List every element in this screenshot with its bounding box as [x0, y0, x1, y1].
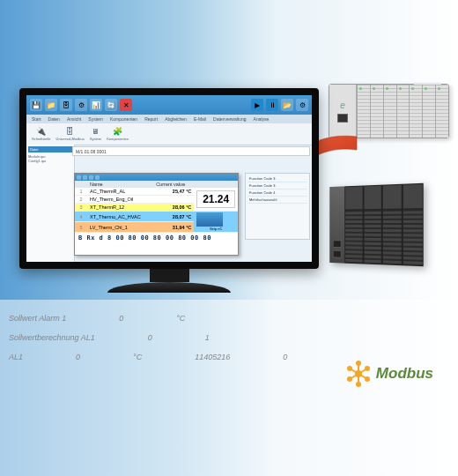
save-icon[interactable]: 💾 [30, 99, 42, 111]
chart-label: Setp nC [196, 227, 235, 231]
tab-datenverwaltung[interactable]: Datenverwaltung [213, 116, 247, 122]
io-slot [422, 85, 435, 138]
io-module [382, 184, 403, 266]
tab-email[interactable]: E-Mail [194, 116, 206, 122]
interface-icon: 🔌 [36, 127, 46, 136]
port-icon [333, 240, 342, 248]
app-screen: 💾 📁 🗄 ⚙ 📊 🔄 ✕ ▶ ⏸ 📂 ⚙ Start Daten Ansich… [26, 95, 312, 262]
port-icon [333, 250, 342, 258]
tab-komponenten[interactable]: Komponenten [110, 116, 137, 122]
fc-item[interactable]: Function Code 3 [247, 175, 307, 182]
table-row[interactable]: 1 AC_ThermR_AL 25,47 °C 21.24 [75, 188, 238, 196]
win-icon[interactable] [95, 175, 100, 180]
function-code-panel: Function Code 3 Function Code 3 Function… [245, 173, 310, 240]
modbus-icon: 🗄 [66, 127, 74, 136]
address-bar[interactable]: M/1.01:08 0001 [72, 146, 310, 156]
tab-report[interactable]: Report [144, 116, 158, 122]
channel-table: Name Current value 1 AC_ThermR_AL 25,47 … [75, 181, 238, 233]
fc-multi[interactable]: Mehrfachauswahl [247, 197, 307, 204]
components-icon: 🧩 [113, 127, 122, 136]
app-tabs: Start Daten Ansicht System Komponenten R… [26, 115, 312, 123]
fc-item[interactable]: Function Code 4 [247, 190, 307, 197]
system-button[interactable]: 🖥 System [90, 127, 101, 141]
tree-item[interactable]: Config1.ipo [28, 159, 72, 163]
io-module [363, 185, 382, 265]
io-slot [396, 85, 410, 138]
e-logo-icon: e [340, 100, 345, 110]
modbus-star-icon [344, 360, 373, 388]
hardware-front-panel: e [329, 85, 357, 138]
io-slot [383, 85, 396, 138]
tab-abgleichen[interactable]: Abgleichen [165, 116, 187, 122]
chart-icon[interactable]: 📊 [90, 99, 102, 111]
hex-dump-line: B Rx d 8 00 80 00 80 00 80 00 80 [75, 233, 238, 243]
mini-chart [196, 212, 223, 227]
monitor-base [107, 282, 231, 293]
close-icon[interactable]: ✕ [120, 99, 132, 111]
komponenten-button[interactable]: 🧩 Komponenten [107, 127, 129, 141]
ethernet-port-icon [337, 114, 348, 123]
record-icon[interactable]: ▶ [251, 99, 263, 111]
background-spreadsheet: Sollwert Alarm 10°C Sollwertberechnung A… [0, 300, 458, 476]
hardware-unit-bottom [329, 183, 423, 266]
modbus-button[interactable]: 🗄 Universal-Modbus [56, 127, 85, 141]
hardware-base-module [329, 186, 344, 263]
big-value-display: 21.24 [196, 190, 235, 208]
tab-daten[interactable]: Daten [48, 116, 60, 122]
window-titlebar [75, 174, 238, 181]
tab-system[interactable]: System [88, 116, 103, 122]
win-icon[interactable] [77, 175, 81, 180]
monitor: 💾 📁 🗄 ⚙ 📊 🔄 ✕ ▶ ⏸ 📂 ⚙ Start Daten Ansich… [19, 88, 319, 309]
panel-header: Datei [28, 146, 72, 152]
table-row[interactable]: 4 XT_Thermo_AC_HVAC 28,07 °C Setp nC [75, 212, 238, 222]
schnittstelle-button[interactable]: 🔌 Schnittstelle [32, 127, 51, 141]
win-icon[interactable] [83, 175, 87, 180]
io-module [403, 183, 424, 266]
col-value: Current value [153, 181, 194, 188]
hardware-unit-top: ADAM e [329, 84, 449, 138]
io-slot [409, 85, 422, 138]
modbus-logo: Modbus [344, 360, 433, 388]
open-icon[interactable]: 📁 [45, 99, 57, 111]
tab-analyse[interactable]: Analyse [254, 116, 270, 122]
col-idx [75, 181, 87, 188]
io-slot [435, 85, 448, 138]
db-icon[interactable]: 🗄 [60, 99, 72, 111]
io-slot [370, 85, 383, 138]
modbus-text: Modbus [376, 365, 433, 383]
folder-icon[interactable]: 📂 [281, 99, 293, 111]
file-tree-panel: Datei Module.ipo Config1.ipo [26, 145, 75, 262]
io-module [344, 186, 363, 264]
system-icon: 🖥 [92, 127, 100, 136]
stop-icon[interactable]: ⏸ [266, 99, 278, 111]
tab-start[interactable]: Start [32, 116, 41, 122]
settings-icon[interactable]: ⚙ [75, 99, 87, 111]
win-icon[interactable] [89, 175, 93, 180]
io-slot [357, 85, 370, 138]
monitor-stand [150, 269, 189, 282]
main-area: M/1.01:08 0001 Function Code 3 Function … [70, 145, 312, 262]
refresh-icon[interactable]: 🔄 [105, 99, 117, 111]
gear-icon[interactable]: ⚙ [296, 99, 308, 111]
data-window: Name Current value 1 AC_ThermR_AL 25,47 … [74, 173, 239, 256]
app-main-toolbar: 💾 📁 🗄 ⚙ 📊 🔄 ✕ ▶ ⏸ 📂 ⚙ [26, 95, 312, 115]
col-name: Name [87, 181, 153, 188]
fc-item[interactable]: Function Code 3 [247, 182, 307, 190]
sub-toolbar: 🔌 Schnittstelle 🗄 Universal-Modbus 🖥 Sys… [26, 123, 312, 145]
tab-ansicht[interactable]: Ansicht [67, 116, 81, 122]
